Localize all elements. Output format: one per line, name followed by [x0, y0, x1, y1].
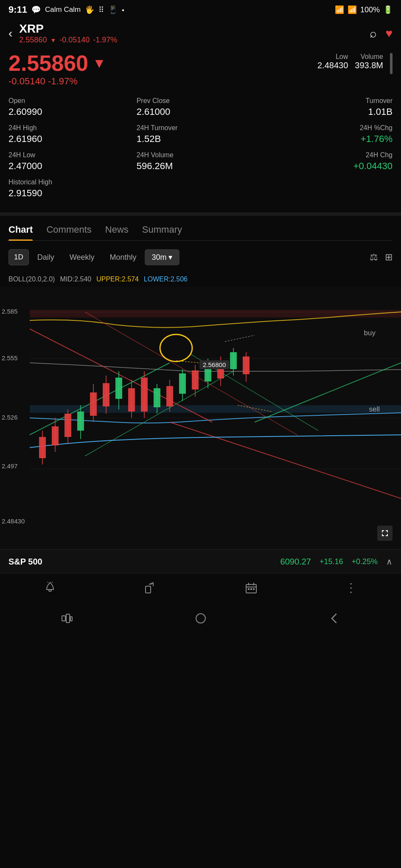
signal-icon: 📶	[348, 5, 357, 14]
low24h-stat: 24H Low 2.47000	[8, 151, 137, 172]
header-right: ⌕ ♥	[370, 27, 393, 40]
bottom-nav: ⋮	[0, 573, 401, 601]
chart-icons: ⚖ ⊞	[370, 252, 393, 263]
expand-chart-button[interactable]	[377, 526, 393, 541]
back-button[interactable]: ‹	[8, 27, 12, 40]
boll-params: BOLL(20.0,2.0)	[8, 275, 55, 283]
favorite-button[interactable]: ♥	[385, 27, 393, 40]
section-divider	[0, 212, 401, 216]
stats-row-1: Open 2.60990 Prev Close 2.61000 Turnover…	[8, 97, 393, 117]
y-label-4: 2.497	[2, 462, 18, 470]
chg24h-label: 24H Chg	[264, 151, 393, 159]
period-daily-button[interactable]: Daily	[31, 250, 61, 265]
svg-rect-42	[243, 356, 250, 374]
main-tabs: Chart Comments News Summary	[8, 224, 393, 241]
header-price: 2.55860	[19, 36, 47, 45]
search-button[interactable]: ⌕	[370, 27, 377, 40]
open-value: 2.60990	[8, 106, 137, 117]
home-icon	[195, 612, 207, 624]
svg-rect-32	[179, 373, 186, 394]
header-arrow: ▼	[50, 37, 56, 44]
prev-close-value: 2.61000	[137, 106, 265, 117]
turnover-label: Turnover	[264, 97, 393, 105]
bollinger-info: BOLL(20.0,2.0) MID:2.540 UPPER:2.574 LOW…	[0, 272, 401, 287]
svg-rect-20	[103, 383, 109, 406]
svg-rect-28	[154, 388, 160, 407]
tab-summary[interactable]: Summary	[142, 224, 182, 240]
grid-line-2	[30, 359, 401, 359]
chart-area[interactable]: 2.585 2.555 2.526 2.497 2.48430	[0, 287, 401, 549]
y-label-3: 2.526	[2, 414, 18, 421]
hist-high-value: 2.91590	[8, 188, 393, 199]
svg-rect-57	[248, 588, 250, 590]
sell-annotation: sell	[369, 405, 380, 414]
indicators-icon[interactable]: ⊞	[385, 252, 393, 263]
buy-annotation: buy	[364, 329, 376, 337]
turnover24h-stat: 24H Turnover 1.52B	[137, 124, 265, 145]
current-price: 2.55860 ▼	[8, 50, 106, 76]
volume24h-label: 24H Volume	[137, 151, 265, 159]
calendar-nav-button[interactable]	[244, 581, 258, 595]
alert-nav-button[interactable]	[43, 581, 57, 595]
chg24h-stat: 24H Chg +0.04430	[264, 151, 393, 172]
home-button[interactable]	[191, 608, 211, 630]
back-nav-button[interactable]	[324, 608, 345, 630]
low-label: Low	[317, 53, 348, 61]
period-weekly-button[interactable]: Weekly	[63, 250, 101, 265]
compare-icon[interactable]: ⚖	[370, 252, 378, 263]
period-monthly-button[interactable]: Monthly	[103, 250, 143, 265]
status-left: 9:11 💬 Calm Calm 🖐 ⠿ 📱 ●	[8, 4, 124, 15]
header: ‹ XRP 2.55860 ▼ -0.05140 -1.97% ⌕ ♥	[0, 18, 401, 49]
ticker-bar-chevron[interactable]: ∧	[386, 556, 393, 567]
price-change-amount: -0.05140	[8, 76, 45, 86]
tab-comments[interactable]: Comments	[46, 224, 91, 240]
period-1d-button[interactable]: 1D	[8, 249, 29, 265]
svg-rect-16	[77, 412, 84, 431]
recents-button[interactable]	[57, 608, 77, 630]
y-label-1: 2.585	[2, 308, 18, 315]
hand-icon: 🖐	[85, 5, 94, 14]
price-direction-arrow: ▼	[93, 56, 106, 71]
pct24h-label: 24H %Chg	[264, 124, 393, 132]
turnover24h-value: 1.52B	[137, 134, 265, 145]
tab-news[interactable]: News	[105, 224, 129, 240]
ticker-name: XRP	[19, 22, 117, 36]
high24h-stat: 24H High 2.61960	[8, 124, 137, 145]
stats-row-3: 24H Low 2.47000 24H Volume 596.26M 24H C…	[8, 151, 393, 172]
calm-icon: Calm Calm	[45, 6, 81, 14]
scrollbar[interactable]	[390, 53, 393, 74]
turnover-value: 1.01B	[264, 106, 393, 117]
pct24h-stat: 24H %Chg +1.76%	[264, 124, 393, 145]
alert-icon	[43, 581, 57, 595]
price-section: 2.55860 ▼ -0.05140 -1.97% Low 2.48430 Vo…	[0, 49, 401, 97]
pct24h-value: +1.76%	[264, 134, 393, 145]
volume-value: 393.8M	[355, 61, 383, 70]
y-label-2: 2.555	[2, 354, 18, 362]
svg-rect-59	[253, 588, 255, 590]
period-30m-button[interactable]: 30m ▾	[145, 249, 179, 265]
volume-stat: Volume 393.8M	[355, 53, 383, 70]
ticker-price-change: 2.55860 ▼ -0.05140 -1.97%	[19, 36, 117, 45]
more-nav-button[interactable]: ⋮	[345, 581, 358, 595]
svg-rect-22	[115, 378, 122, 399]
status-right-icons: 📶 📶 100% 🔋	[335, 5, 393, 14]
share-nav-button[interactable]	[144, 581, 157, 595]
y-label-5: 2.48430	[2, 517, 25, 525]
svg-rect-62	[70, 617, 72, 621]
svg-rect-14	[64, 414, 71, 437]
system-nav	[0, 601, 401, 639]
svg-point-63	[196, 614, 205, 623]
share-icon	[144, 581, 157, 595]
more-dots-icon: ⋮	[345, 581, 358, 595]
hist-high-label: Historical High	[8, 178, 393, 186]
low24h-label: 24H Low	[8, 151, 137, 159]
svg-rect-26	[141, 378, 148, 412]
svg-rect-30	[166, 386, 173, 406]
open-stat: Open 2.60990	[8, 97, 137, 117]
svg-point-43	[160, 334, 192, 362]
messenger-icon: 💬	[31, 5, 41, 14]
chg24h-value: +0.04430	[264, 161, 393, 172]
header-change: -0.05140	[59, 36, 90, 45]
tab-chart[interactable]: Chart	[8, 224, 33, 240]
ticker-bar[interactable]: S&P 500 6090.27 +15.16 +0.25% ∧	[0, 549, 401, 573]
